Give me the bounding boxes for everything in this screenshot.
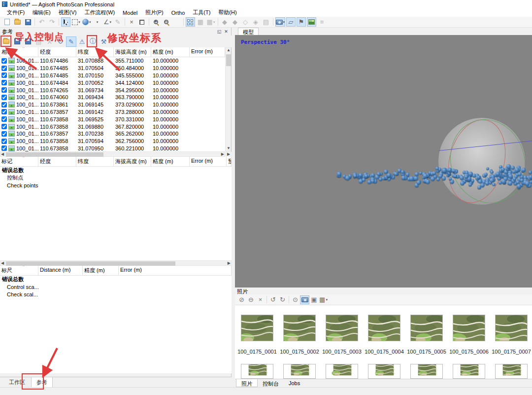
details-view-button[interactable]: ▣	[309, 295, 319, 304]
chevron-down-icon[interactable]: ▾	[283, 20, 285, 24]
uncertainty-button[interactable]: ⚠	[77, 36, 87, 47]
camera-enabled-checkbox[interactable]	[1, 87, 7, 93]
marker-row-0[interactable]: 错误总数	[0, 167, 232, 174]
camera-table-hscrollbar[interactable]: ◀ ▶	[0, 151, 225, 157]
marker-col-5[interactable]: Error (m)	[190, 157, 227, 166]
marker-col-4[interactable]: 精度 (m)	[151, 157, 190, 166]
thumbnail-view-button[interactable]: ▦▾	[319, 295, 328, 304]
camera-col-3[interactable]: 海拔高度 (m)	[114, 47, 151, 57]
scalebar-row-0[interactable]: 错误总数	[0, 276, 232, 283]
camera-row-2[interactable]: 100_01...110.67448531.070150345.55500010…	[0, 72, 225, 79]
marker-col-6[interactable]: 预	[227, 157, 232, 166]
photo-thumbnail-1[interactable]	[283, 315, 316, 341]
camera-enabled-checkbox[interactable]	[1, 124, 7, 129]
scalebar-col-0[interactable]: 标尺⌃	[0, 266, 38, 275]
mesh-view-button[interactable]: ▦▾	[206, 17, 216, 27]
camera-col-4[interactable]: 精度 (m)	[151, 47, 190, 57]
dock-tab-workspace[interactable]: 工作区	[4, 377, 30, 388]
show-shapes-button[interactable]: ▱	[286, 17, 296, 27]
ruler-button[interactable]: ∠▾	[103, 17, 112, 27]
camera-enabled-checkbox[interactable]	[1, 80, 7, 85]
marker-col-1[interactable]: 经度	[38, 157, 76, 166]
camera-enabled-checkbox[interactable]	[1, 131, 7, 137]
menu-item-0[interactable]: 文件(F)	[3, 8, 29, 17]
view-errors-button[interactable]: ⓘ	[88, 36, 98, 47]
move-object-button[interactable]: ▾	[93, 17, 102, 27]
grid-view-button[interactable]: ▦	[196, 17, 205, 27]
dock-tab-console[interactable]: 控制台	[258, 379, 284, 387]
menu-item-4[interactable]: Model	[119, 9, 141, 16]
photo-thumbnail-4[interactable]	[410, 315, 443, 341]
drawing-button[interactable]: ✎	[113, 17, 123, 27]
camera-col-0[interactable]: 相机⌃	[0, 47, 38, 57]
new-document-button[interactable]	[2, 17, 12, 27]
enable-cameras-button[interactable]: ⊘	[237, 295, 246, 304]
delete-button[interactable]: ×	[127, 17, 136, 27]
camera-row-1[interactable]: 100_01...110.67448531.070504350.48400010…	[0, 65, 225, 72]
scalebar-col-2[interactable]: 精度 (m)	[83, 266, 119, 275]
model-3d-viewport[interactable]: Perspective 30°	[235, 35, 532, 287]
show-images-button[interactable]	[307, 17, 316, 27]
rotate-left-button[interactable]: ↺	[268, 295, 278, 304]
zoom-out-button[interactable]: −	[162, 17, 171, 27]
photo-thumbnail-5[interactable]	[453, 315, 485, 341]
zoom-in-button[interactable]: +	[151, 17, 161, 27]
camera-row-3[interactable]: 100_01...110.67448431.070052344.12400010…	[0, 79, 225, 86]
camera-enabled-checkbox[interactable]	[1, 109, 7, 114]
edit-reference-button[interactable]: ✎	[66, 36, 76, 47]
import-reference-button[interactable]	[1, 36, 11, 47]
camera-enabled-checkbox[interactable]	[1, 72, 7, 78]
dock-tab-photos[interactable]: 照片	[236, 379, 258, 387]
camera-row-11[interactable]: 100_01...110.67385831.070594362.75600010…	[0, 138, 225, 145]
camera-col-5[interactable]: Error (m)	[190, 47, 225, 57]
camera-col-2[interactable]: 纬度	[76, 47, 114, 57]
menu-item-8[interactable]: 帮助(H)	[214, 8, 240, 17]
dock-tab-jobs[interactable]: Jobs	[284, 379, 305, 387]
confidence-view-button[interactable]: ◈	[251, 17, 261, 27]
camera-row-0[interactable]: 100_01...110.67448631.070888355.71100010…	[0, 57, 225, 65]
select-cursor-button[interactable]	[61, 17, 70, 27]
dock-tab-reference[interactable]: 参考	[31, 377, 53, 388]
marker-row-2[interactable]: Check points	[0, 181, 232, 189]
camera-row-7[interactable]: 100_01...110.67385731.069142373.28800010…	[0, 108, 225, 116]
rotate-right-button[interactable]: ↻	[278, 295, 287, 304]
menu-item-2[interactable]: 视图(V)	[55, 8, 81, 17]
float-panel-icon[interactable]: ◱	[216, 29, 223, 35]
scalebar-row-2[interactable]: Check scal...	[0, 290, 232, 298]
menu-item-7[interactable]: 工具(T)	[189, 8, 214, 17]
marker-col-3[interactable]: 海拔高度 (m)	[114, 157, 151, 166]
camera-view-button[interactable]	[300, 295, 309, 304]
camera-enabled-checkbox[interactable]	[1, 116, 7, 122]
save-button[interactable]	[23, 17, 33, 27]
show-markers-button[interactable]: ⚑	[297, 17, 306, 27]
photo-thumbnail-row2-6[interactable]	[495, 364, 528, 379]
redo-button[interactable]: ↷	[47, 17, 57, 27]
camera-enabled-checkbox[interactable]	[1, 139, 7, 144]
disable-cameras-button[interactable]: ⊖	[246, 295, 256, 304]
navigation-sphere-button[interactable]: ▾	[82, 17, 92, 27]
solid-view-button[interactable]: ◆	[231, 17, 240, 27]
undo-button[interactable]: ↶	[37, 17, 46, 27]
camera-table-header[interactable]: 相机⌃经度纬度海拔高度 (m)精度 (m)Error (m)	[0, 47, 225, 57]
camera-row-6[interactable]: 100_01...110.67386131.069145373.02900010…	[0, 101, 225, 108]
chevron-down-icon[interactable]: ▾	[78, 20, 80, 24]
show-cameras-button[interactable]: ▾	[275, 17, 286, 27]
scalebar-col-3[interactable]: Error (m)	[119, 266, 232, 275]
menu-item-5[interactable]: 照片(P)	[141, 8, 167, 17]
chevron-down-icon[interactable]: ▾	[213, 20, 215, 24]
photo-thumbnail-3[interactable]	[368, 315, 400, 341]
chevron-down-icon[interactable]: ▾	[326, 298, 328, 302]
chevron-down-icon[interactable]: ▾	[97, 20, 99, 24]
menu-item-3[interactable]: 工作流程(W)	[80, 8, 119, 17]
camera-enabled-checkbox[interactable]	[1, 145, 7, 151]
camera-enabled-checkbox[interactable]	[1, 102, 7, 108]
camera-row-4[interactable]: 100_01...110.67426531.069734354.29500010…	[0, 86, 225, 94]
photo-thumbnail-0[interactable]	[241, 315, 273, 341]
camera-enabled-checkbox[interactable]	[1, 58, 7, 64]
photo-thumbnail-row2-2[interactable]	[326, 364, 358, 379]
photo-thumbnail-2[interactable]	[326, 315, 358, 341]
scalebar-col-1[interactable]: Distance (m)	[38, 266, 83, 275]
camera-table-vscrollbar[interactable]: ▲ ▼	[225, 47, 231, 151]
camera-row-10[interactable]: 100_01...110.67385731.070238365.26200010…	[0, 130, 225, 138]
scroll-corner[interactable]: ▶	[226, 152, 232, 157]
